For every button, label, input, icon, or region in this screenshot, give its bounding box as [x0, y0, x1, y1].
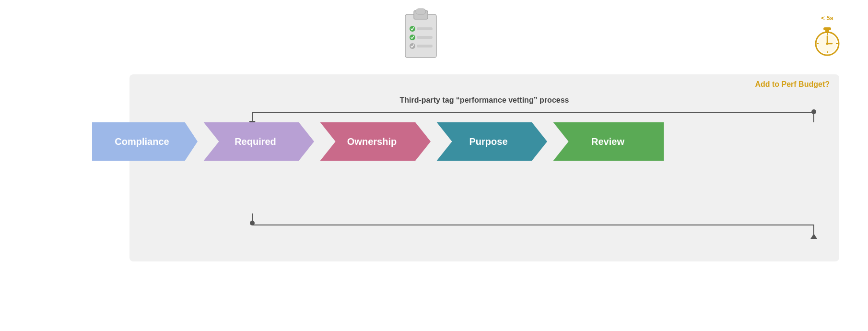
top-loop-right	[813, 112, 814, 122]
step-ownership-label: Ownership	[347, 136, 397, 147]
chevron-flow: Compliance Required Ownership Purpose Re…	[92, 122, 664, 161]
step-required-label: Required	[235, 136, 276, 147]
svg-rect-6	[417, 36, 433, 39]
timer-label: < 5s	[813, 14, 842, 22]
step-compliance-label: Compliance	[115, 136, 175, 147]
perf-budget-label: Add to Perf Budget?	[755, 80, 830, 89]
bottom-loop-line	[252, 225, 814, 225]
timer-container: < 5s	[813, 14, 842, 59]
step-compliance: Compliance	[92, 122, 198, 161]
step-review-label: Review	[586, 136, 624, 147]
svg-rect-12	[823, 27, 831, 30]
step-required: Required	[197, 122, 314, 161]
process-title: Third-party tag “performance vetting” pr…	[129, 96, 839, 105]
timer-icon	[813, 24, 842, 57]
arrow-up	[810, 234, 817, 239]
step-purpose-label: Purpose	[469, 136, 507, 147]
svg-rect-8	[417, 45, 433, 47]
step-ownership: Ownership	[313, 122, 431, 161]
bottom-loop-left	[252, 213, 253, 225]
svg-rect-2	[416, 9, 426, 14]
step-purpose: Purpose	[430, 122, 547, 161]
svg-rect-4	[417, 27, 433, 30]
top-loop-line	[252, 112, 814, 113]
main-container: Add to Perf Budget? Third-party tag “per…	[129, 74, 839, 261]
svg-point-15	[826, 43, 829, 45]
clipboard-icon	[400, 5, 441, 65]
step-review: Review	[546, 122, 664, 161]
